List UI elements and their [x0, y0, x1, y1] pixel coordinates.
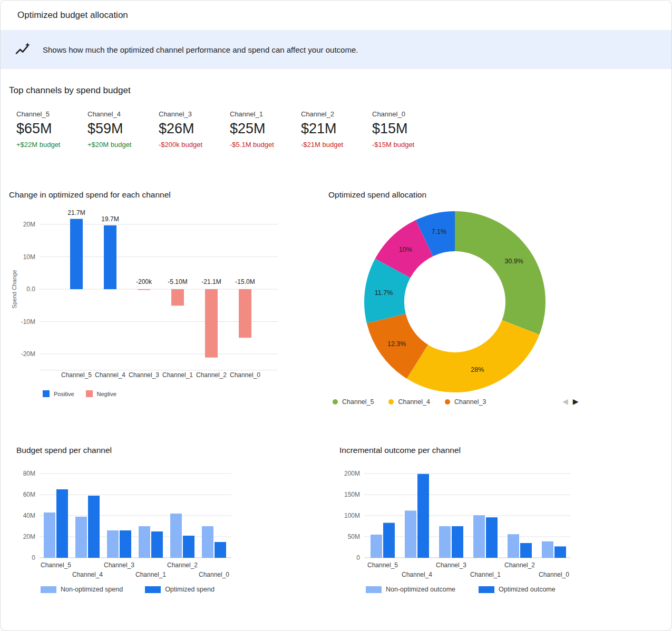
slice-label-Channel_5: 30.9% [504, 258, 523, 265]
spend-allocation-svg: 30.9%28%12.3%11.7%10%7.1% [327, 205, 612, 396]
channel-budget-delta: -$5.1M budget [230, 141, 301, 149]
card-header: Optimized budget allocation [1, 1, 671, 30]
budget-spend-title: Budget spend per channel [16, 446, 112, 455]
budget_spend-bar-Channel_3-non-optimized[interactable] [107, 530, 119, 558]
incremental_outcome-bar-Channel_5-optimized[interactable] [383, 523, 395, 558]
incremental_outcome-bar-Channel_5-non-optimized[interactable] [371, 535, 382, 558]
insights-icon [14, 41, 31, 58]
slice-label-Channel_2: 10% [399, 246, 412, 253]
legend-item-Channel_3[interactable]: Channel_3 [445, 398, 486, 406]
legend-item: Non-optimized spend [41, 586, 123, 593]
legend-swatch [43, 390, 50, 397]
incremental_outcome-bar-Channel_3-non-optimized[interactable] [439, 526, 451, 558]
legend-label: Optimized outcome [499, 586, 556, 593]
x-category-label: Channel_1 [162, 371, 193, 379]
x-category-label: Channel_0 [199, 571, 229, 578]
legend-item-Channel_5[interactable]: Channel_5 [333, 398, 374, 406]
y-tick-label: -20M [21, 350, 35, 358]
channel-card: Channel_4$59M+$20M budget [87, 110, 159, 149]
incremental_outcome-bar-Channel_1-optimized[interactable] [486, 517, 498, 558]
y-tick-label: 40M [23, 512, 35, 519]
incremental_outcome-bar-Channel_4-non-optimized[interactable] [405, 510, 416, 558]
slice-label-Channel_0: 7.1% [432, 228, 447, 235]
legend-item: Optimized spend [145, 586, 215, 593]
x-category-label: Channel_2 [196, 371, 227, 379]
spend-allocation-legend: Channel_5Channel_4Channel_3 [333, 398, 486, 406]
budget_spend-bar-Channel_5-non-optimized[interactable] [44, 512, 55, 558]
budget_spend-bar-Channel_4-non-optimized[interactable] [75, 517, 87, 558]
legend-item-Channel_4[interactable]: Channel_4 [388, 398, 430, 406]
y-tick-label: 20M [23, 221, 35, 228]
legend-label: Positive [54, 391, 74, 397]
spend-change-bar-Channel_0[interactable] [239, 289, 251, 338]
incremental_outcome-bar-Channel_2-optimized[interactable] [520, 543, 532, 558]
channel-spend: $65M [16, 121, 87, 137]
legend-label: Channel_3 [454, 398, 486, 406]
budget_spend-bar-Channel_0-non-optimized[interactable] [202, 526, 213, 558]
x-category-label: Channel_5 [61, 371, 92, 379]
x-category-label: Channel_2 [504, 561, 535, 569]
channel-budget-delta: -$200k budget [159, 141, 230, 149]
budget_spend-bar-Channel_4-optimized[interactable] [88, 496, 100, 558]
incremental_outcome-bar-Channel_0-optimized[interactable] [554, 546, 566, 558]
legend-label: Non-optimized outcome [386, 586, 455, 593]
x-category-label: Channel_3 [129, 371, 159, 379]
channel-name: Channel_4 [87, 110, 159, 118]
incremental_outcome-bar-Channel_0-non-optimized[interactable] [542, 541, 553, 558]
carousel-next-button[interactable]: ▶ [573, 397, 579, 406]
spend-allocation-title: Optimized spend allocation [328, 190, 426, 200]
channel-budget-delta: -$21M budget [301, 141, 372, 149]
spend-allocation-chart: Optimized spend allocation 30.9%28%12.3%… [327, 189, 622, 417]
legend-swatch [366, 586, 382, 593]
budget_spend-bar-Channel_2-optimized[interactable] [183, 536, 194, 558]
channel-budget-delta: +$20M budget [87, 141, 159, 149]
carousel-prev-button[interactable]: ◀ [562, 397, 568, 406]
spend-change-bar-Channel_1[interactable] [171, 289, 184, 305]
channel-name: Channel_5 [16, 110, 87, 118]
donut-slice-Channel_5[interactable] [455, 211, 546, 334]
spend-change-bar-Channel_3[interactable] [138, 289, 150, 290]
budget_spend-bar-Channel_1-optimized[interactable] [151, 531, 163, 558]
channel-spend: $21M [301, 121, 372, 137]
legend-label: Non-optimized spend [61, 586, 123, 593]
channel-budget-delta: +$22M budget [16, 141, 87, 149]
channel-card: Channel_3$26M-$200k budget [159, 110, 230, 149]
incremental_outcome-bar-Channel_1-non-optimized[interactable] [473, 515, 485, 558]
budget_spend-bar-Channel_3-optimized[interactable] [120, 530, 131, 558]
spend-change-legend: PositiveNegtive [43, 390, 116, 397]
donut-slice-Channel_4[interactable] [407, 320, 540, 392]
channel-name: Channel_3 [159, 110, 230, 118]
budget_spend-bar-Channel_0-optimized[interactable] [215, 542, 226, 558]
spend-change-bar-Channel_5[interactable] [70, 219, 83, 289]
budget-spend-legend: Non-optimized spendOptimized spend [41, 586, 215, 593]
legend-dot [333, 399, 338, 405]
channel-name: Channel_0 [372, 110, 443, 118]
y-tick-label: 100M [344, 512, 360, 519]
info-banner-text: Shows how much the optimized channel per… [43, 45, 358, 54]
budget-spend-chart: Budget spend per channel 020M40M60M80MCh… [9, 445, 313, 609]
bar-value-label: -21.1M [201, 278, 221, 285]
spend-change-bar-Channel_4[interactable] [104, 225, 116, 289]
budget_spend-bar-Channel_5-optimized[interactable] [56, 489, 68, 558]
info-banner: Shows how much the optimized channel per… [1, 30, 671, 69]
incremental_outcome-bar-Channel_4-optimized[interactable] [417, 474, 429, 558]
spend-change-title: Change in optimized spend for each chann… [9, 190, 171, 200]
channel-cards: Channel_5$65M+$22M budgetChannel_4$59M+$… [16, 110, 443, 149]
channel-budget-delta: -$15M budget [372, 141, 443, 149]
legend-label: Negtive [97, 391, 116, 397]
budget_spend-bar-Channel_2-non-optimized[interactable] [170, 514, 182, 558]
spend-change-plot: 20M10M0.0-10M-20MSpend Change21.7MChanne… [9, 206, 296, 386]
incremental-outcome-plot-svg: 050M100M150M200MChannel_5Channel_4Channe… [333, 464, 633, 581]
spend-change-svg: 20M10M0.0-10M-20MSpend Change21.7MChanne… [9, 206, 296, 384]
y-tick-label: 0 [356, 554, 360, 561]
incremental_outcome-bar-Channel_3-optimized[interactable] [452, 526, 463, 558]
y-axis-title: Spend Change [11, 270, 17, 308]
budget_spend-bar-Channel_1-non-optimized[interactable] [139, 526, 150, 558]
legend-label: Channel_4 [398, 398, 430, 406]
legend-label: Channel_5 [342, 398, 374, 406]
incremental_outcome-bar-Channel_2-non-optimized[interactable] [508, 534, 519, 558]
channel-card: Channel_1$25M-$5.1M budget [230, 110, 301, 149]
x-category-label: Channel_4 [402, 571, 432, 578]
incremental-outcome-chart: Incremental outcome per channel 050M100M… [333, 445, 639, 609]
spend-change-bar-Channel_2[interactable] [205, 289, 218, 358]
